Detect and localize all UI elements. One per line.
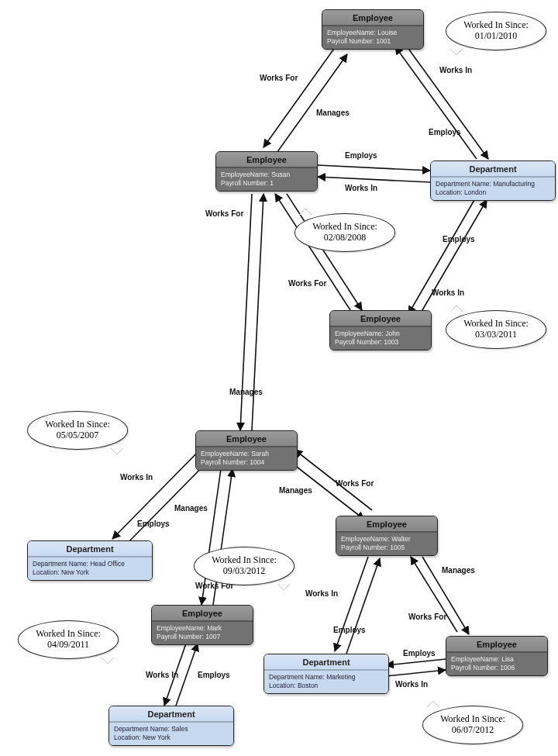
employee-node-susan: Employee EmployeeName: Susan Payroll Num… (215, 151, 318, 192)
edge-label: Employs (198, 671, 230, 679)
edge-label: Employs (429, 128, 461, 136)
department-node-sales: Department Department Name: Sales Locati… (108, 706, 234, 746)
department-node-marketing: Department Department Name: Marketing Lo… (264, 654, 389, 694)
svg-line-13 (124, 457, 212, 547)
svg-line-25 (386, 670, 446, 676)
employee-node-walter: Employee EmployeeName: Walter Payroll Nu… (336, 516, 438, 556)
node-header: Department (28, 541, 152, 557)
edge-label: Works For (288, 279, 326, 288)
department-node-headoffice: Department Department Name: Head Office … (27, 540, 153, 581)
employee-node-sarah: Employee EmployeeName: Sarah Payroll Num… (195, 430, 298, 471)
callout-lisa: Worked In Since:06/07/2012 (422, 706, 523, 744)
edge-label: Manages (316, 109, 350, 117)
edge-label: Manages (229, 388, 263, 396)
edge-label: Works In (146, 671, 178, 679)
node-header: Employee (152, 606, 253, 621)
svg-line-20 (335, 557, 368, 651)
svg-line-21 (346, 558, 380, 654)
node-header: Employee (322, 10, 423, 26)
edge-label: Employs (345, 151, 377, 160)
svg-line-1 (275, 54, 347, 155)
edge-label: Manages (442, 566, 475, 575)
callout-sarah: Worked In Since:05/05/2007 (27, 411, 128, 450)
svg-line-5 (318, 177, 430, 182)
edge-label: Works In (305, 589, 338, 598)
edge-label: Works In (120, 473, 153, 482)
edge-label: Works In (439, 66, 472, 74)
node-header: Department (109, 706, 233, 722)
svg-line-0 (264, 47, 336, 147)
callout-susan: Worked In Since:02/08/2008 (294, 213, 395, 252)
node-header: Employee (196, 431, 297, 447)
svg-line-4 (318, 165, 430, 171)
node-header: Employee (330, 311, 431, 326)
employee-node-lisa: Employee EmployeeName: Lisa Payroll Numb… (446, 636, 548, 676)
svg-line-19 (176, 644, 198, 706)
callout-mark: Worked In Since:04/09/2011 (18, 620, 119, 659)
edge-label: Manages (174, 504, 208, 513)
edge-label: Works In (395, 680, 428, 689)
edge-label: Works For (336, 479, 374, 488)
edge-label: Works For (408, 613, 446, 621)
edge-label: Manages (279, 486, 312, 495)
employee-node-louise: Employee EmployeeName: Louise Payroll Nu… (322, 9, 424, 50)
edge-label: Works In (432, 288, 464, 297)
edge-label: Employs (443, 235, 475, 243)
node-header: Employee (336, 516, 437, 532)
node-header: Employee (446, 637, 547, 652)
employee-node-mark: Employee EmployeeName: Mark Payroll Numb… (151, 605, 253, 645)
edge-label: Employs (137, 520, 170, 528)
edge-label: Employs (403, 649, 436, 658)
svg-line-2 (407, 47, 488, 159)
diagram-canvas: Works For Manages Works In Employs Emplo… (0, 0, 558, 756)
callout-louise: Worked In Since:01/01/2010 (446, 12, 546, 50)
department-node-manufacturing: Department Department Name: Manufacturin… (430, 161, 556, 201)
node-header: Department (264, 654, 388, 670)
callout-walter: Worked In Since:09/03/2012 (194, 547, 294, 585)
edge-label: Works In (345, 184, 377, 192)
employee-node-john: Employee EmployeeName: John Payroll Numb… (329, 310, 432, 350)
edge-label: Works For (260, 74, 298, 82)
svg-line-7 (275, 194, 350, 310)
edge-label: Works For (205, 209, 243, 218)
edge-label: Employs (333, 626, 366, 634)
svg-line-24 (386, 659, 446, 665)
node-header: Employee (216, 152, 317, 167)
svg-line-3 (395, 47, 477, 159)
callout-john: Worked In Since:03/03/2011 (446, 310, 546, 349)
node-header: Department (431, 161, 555, 177)
svg-line-6 (287, 194, 362, 310)
